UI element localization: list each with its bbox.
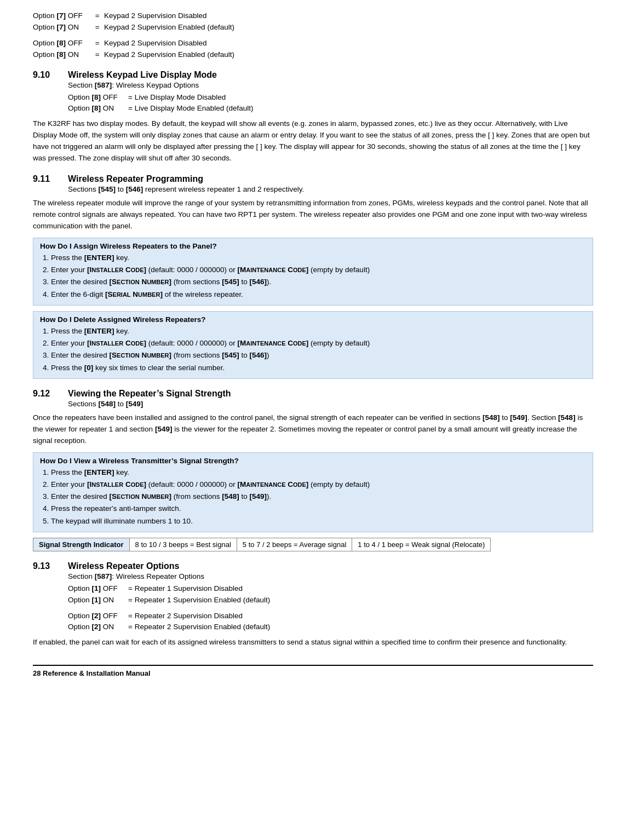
section-910-title: Wireless Keypad Live Display Mode <box>68 70 217 80</box>
box-assign-steps: Press the [ENTER] key. Enter your [INSTA… <box>51 252 586 300</box>
box-delete-step-4: Press the [0] key six times to clear the… <box>51 363 586 373</box>
opt1off-913-key: Option [1] OFF <box>68 584 128 594</box>
signal-table: Signal Strength Indicator 8 to 10 / 3 be… <box>33 538 491 551</box>
box-delete: How Do I Delete Assigned Wireless Repeat… <box>33 311 593 379</box>
opt8on-910-line: Option [8] ON = Live Display Mode Enable… <box>68 103 593 114</box>
box-assign: How Do I Assign Wireless Repeaters to th… <box>33 238 593 306</box>
opt2on-913-key: Option [2] ON <box>68 622 128 632</box>
opt8off-910-line: Option [8] OFF = Live Display Mode Disab… <box>68 93 593 103</box>
section-911-heading: 9.11 Wireless Repeater Programming <box>33 174 593 184</box>
opt1off-913-line: Option [1] OFF = Repeater 1 Supervision … <box>68 584 593 594</box>
section-912-title: Viewing the Repeater’s Signal Strength <box>68 389 231 399</box>
section-910-heading: 9.10 Wireless Keypad Live Display Mode <box>33 70 593 80</box>
box-view-step-3: Enter the desired [SECTION NUMBER] (from… <box>51 491 586 502</box>
section-913-heading: 9.13 Wireless Repeater Options <box>33 561 593 571</box>
box-delete-steps: Press the [ENTER] key. Enter your [INSTA… <box>51 326 586 373</box>
option-7-off-key: Option [7] OFF <box>33 11 93 21</box>
option-7-on-line: Option [7] ON = Keypad 2 Supervision Ena… <box>33 22 593 33</box>
footer: 28 Reference & Installation Manual <box>33 665 593 677</box>
section-910-sub: Section [587]: Wireless Keypad Options <box>68 81 593 89</box>
section-912-heading: 9.12 Viewing the Repeater’s Signal Stren… <box>33 389 593 399</box>
box-assign-title: How Do I Assign Wireless Repeaters to th… <box>40 242 586 250</box>
opt8on-910-val: = Live Display Mode Enabled (default) <box>128 103 254 114</box>
box-assign-step-3: Enter the desired [SECTION NUMBER] (from… <box>51 277 586 287</box>
option-8-off2-sep: = <box>93 38 104 49</box>
box-view-step-5: The keypad will illuminate numbers 1 to … <box>51 516 586 527</box>
option-7-on-sep: = <box>93 22 104 33</box>
opt1off-913-val: = Repeater 1 Supervision Disabled <box>128 584 243 594</box>
box-delete-title: How Do I Delete Assigned Wireless Repeat… <box>40 315 586 324</box>
opt1on-913-val: = Repeater 1 Supervision Enabled (defaul… <box>128 595 270 606</box>
signal-col2: 5 to 7 / 2 beeps = Average signal <box>237 538 352 551</box>
box-assign-step-4: Enter the 6-digit [SERIAL NUMBER] of the… <box>51 289 586 300</box>
section-910-body: The K32RF has two display modes. By defa… <box>33 118 593 164</box>
box-assign-step-1: Press the [ENTER] key. <box>51 252 586 263</box>
box-assign-step-2: Enter your [INSTALLER CODE] (default: 00… <box>51 264 586 275</box>
option-8-off2-line: Option [8] OFF = Keypad 2 Supervision Di… <box>33 38 593 49</box>
option-7-on-key: Option [7] ON <box>33 22 93 33</box>
signal-label-cell: Signal Strength Indicator <box>33 538 130 551</box>
option-8-off2-key: Option [8] OFF <box>33 38 93 49</box>
option-8-on2-val: Keypad 2 Supervision Enabled (default) <box>104 50 234 60</box>
opt1on-913-line: Option [1] ON = Repeater 1 Supervision E… <box>68 595 593 606</box>
section-911-number: 9.11 <box>33 174 59 184</box>
opt2off-913-line: Option [2] OFF = Repeater 2 Supervision … <box>68 611 593 622</box>
opt1on-913-key: Option [1] ON <box>68 595 128 606</box>
box-delete-step-1: Press the [ENTER] key. <box>51 326 586 337</box>
option-7-off-val: Keypad 2 Supervision Disabled <box>104 11 207 21</box>
section-912-sections-line: Sections [548] to [549] <box>68 400 593 408</box>
opt8on-910-key: Option [8] ON <box>68 103 128 114</box>
section-913-sub: Section [587]: Wireless Repeater Options <box>68 572 593 580</box>
option-8-on2-sep: = <box>93 50 104 60</box>
section-913-number: 9.13 <box>33 561 59 571</box>
option-8-on2-key: Option [8] ON <box>33 50 93 60</box>
signal-col1: 8 to 10 / 3 beeps = Best signal <box>129 538 237 551</box>
option-8-on2-line: Option [8] ON = Keypad 2 Supervision Ena… <box>33 50 593 60</box>
signal-col3: 1 to 4 / 1 beep = Weak signal (Relocate) <box>352 538 491 551</box>
section-913-title: Wireless Repeater Options <box>68 561 179 571</box>
opt2off-913-val: = Repeater 2 Supervision Disabled <box>128 611 243 622</box>
opt8off-910-key: Option [8] OFF <box>68 93 128 103</box>
opt2on-913-val: = Repeater 2 Supervision Enabled (defaul… <box>128 622 270 632</box>
section-913-body: If enabled, the panel can wait for each … <box>33 637 593 648</box>
box-view-step-1: Press the [ENTER] key. <box>51 467 586 478</box>
option-8-off2-val: Keypad 2 Supervision Disabled <box>104 38 207 49</box>
section-911-sub1: Sections [545] to [546] represent wirele… <box>68 185 593 193</box>
section-912-body: Once the repeaters have been installed a… <box>33 412 593 447</box>
section-911-sub2: The wireless repeater module will improv… <box>33 198 593 232</box>
opt2off-913-key: Option [2] OFF <box>68 611 128 622</box>
box-view-signal-steps: Press the [ENTER] key. Enter your [INSTA… <box>51 467 586 527</box>
box-view-step-2: Enter your [INSTALLER CODE] (default: 00… <box>51 479 586 490</box>
box-view-signal: How Do I View a Wireless Transmitter’s S… <box>33 452 593 532</box>
section-911-title: Wireless Repeater Programming <box>68 174 203 184</box>
option-7-on-val: Keypad 2 Supervision Enabled (default) <box>104 22 234 33</box>
box-view-step-4: Press the repeater's anti-tamper switch. <box>51 503 586 514</box>
option-7-off-line: Option [7] OFF = Keypad 2 Supervision Di… <box>33 11 593 21</box>
signal-table-wrap: Signal Strength Indicator 8 to 10 / 3 be… <box>33 538 593 551</box>
opt8off-910-val: = Live Display Mode Disabled <box>128 93 226 103</box>
section-912-number: 9.12 <box>33 389 59 399</box>
box-view-signal-title: How Do I View a Wireless Transmitter’s S… <box>40 457 586 465</box>
box-delete-step-2: Enter your [INSTALLER CODE] (default: 00… <box>51 338 586 349</box>
option-7-off-sep: = <box>93 11 104 21</box>
section-910-number: 9.10 <box>33 70 59 80</box>
opt2on-913-line: Option [2] ON = Repeater 2 Supervision E… <box>68 622 593 632</box>
box-delete-step-3: Enter the desired [SECTION NUMBER] (from… <box>51 350 586 361</box>
